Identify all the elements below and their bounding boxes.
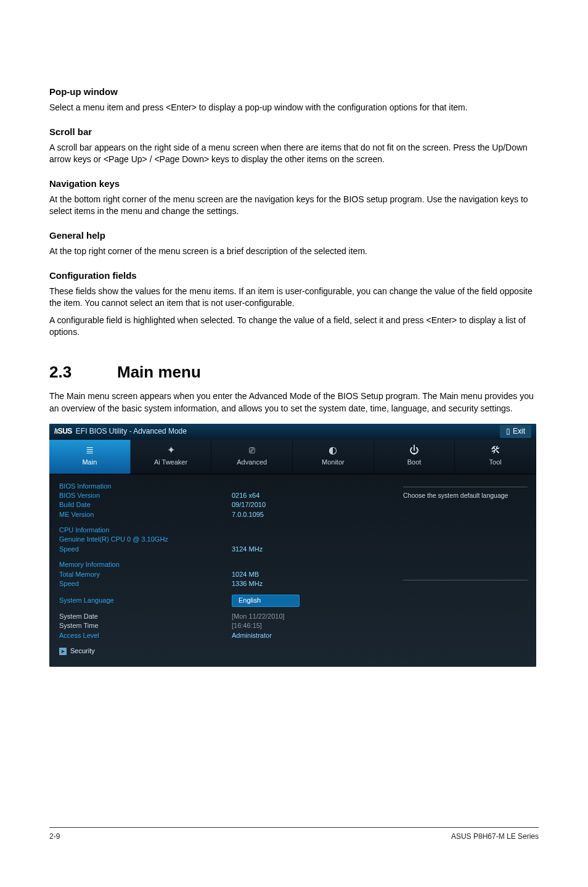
me-version-value: 7.0.0.1095 bbox=[232, 510, 385, 519]
bios-information-block: BIOS Information BIOS Version 0216 x64 B… bbox=[59, 482, 385, 520]
text-navkeys: At the bottom right corner of the menu s… bbox=[49, 194, 539, 218]
tab-monitor[interactable]: ◐ Monitor bbox=[293, 440, 374, 474]
text-scrollbar: A scroll bar appears on the right side o… bbox=[49, 142, 539, 166]
build-date-label: Build Date bbox=[59, 500, 232, 510]
monitor-icon: ◐ bbox=[329, 445, 337, 455]
divider bbox=[403, 487, 528, 487]
total-memory-label: Total Memory bbox=[59, 570, 232, 579]
bios-content: BIOS Information BIOS Version 0216 x64 B… bbox=[49, 474, 536, 667]
memory-information-block: Memory Information Total Memory 1024 MB … bbox=[59, 560, 385, 588]
tab-tool[interactable]: 🛠 Tool bbox=[455, 440, 536, 474]
heading-config: Configuration fields bbox=[49, 269, 539, 282]
access-level-label: Access Level bbox=[59, 631, 232, 640]
tweaker-icon: ✦ bbox=[167, 445, 175, 455]
tab-advanced[interactable]: ⎚ Advanced bbox=[211, 440, 293, 474]
page-number: 2-9 bbox=[49, 831, 60, 842]
exit-icon: ▯ bbox=[506, 426, 510, 437]
tab-boot[interactable]: ⏻ Boot bbox=[374, 440, 455, 474]
bios-info-heading: BIOS Information bbox=[59, 482, 232, 491]
text-popup: Select a menu item and press <Enter> to … bbox=[49, 102, 539, 114]
datetime-block: System Date [Mon 11/22/2010] System Time… bbox=[59, 612, 385, 640]
page-footer: 2-9 ASUS P8H67-M LE Series bbox=[49, 827, 539, 842]
cpu-speed-label: Speed bbox=[59, 545, 232, 554]
system-time-value[interactable]: [16:46:15] bbox=[232, 621, 262, 630]
me-version-label: ME Version bbox=[59, 510, 232, 519]
tab-main[interactable]: ≣ Main bbox=[49, 440, 131, 474]
section-number: 2.3 bbox=[49, 361, 117, 383]
tab-tweaker-label: Ai Tweaker bbox=[154, 458, 187, 467]
divider bbox=[403, 580, 528, 580]
cpu-information-block: CPU Information Genuine Intel(R) CPU 0 @… bbox=[59, 526, 385, 554]
security-row[interactable]: ➤ Security bbox=[59, 646, 385, 656]
heading-navkeys: Navigation keys bbox=[49, 177, 539, 190]
system-time-label: System Time bbox=[59, 621, 232, 630]
bios-version-label: BIOS Version bbox=[59, 491, 232, 500]
bios-window-title: EFI BIOS Utility - Advanced Mode bbox=[76, 426, 500, 437]
tab-advanced-label: Advanced bbox=[237, 458, 267, 467]
heading-popup: Pop-up window bbox=[49, 85, 539, 98]
bios-screenshot: /ıSUS EFI BIOS Utility - Advanced Mode ▯… bbox=[49, 424, 536, 667]
system-language-label: System Language bbox=[59, 596, 232, 605]
mem-speed-label: Speed bbox=[59, 579, 232, 588]
bios-version-value: 0216 x64 bbox=[232, 491, 385, 500]
system-language-value[interactable]: English bbox=[232, 595, 300, 606]
cpu-name: Genuine Intel(R) CPU 0 @ 3.10GHz bbox=[59, 535, 385, 544]
tab-monitor-label: Monitor bbox=[322, 458, 345, 467]
cpu-speed-value: 3124 MHz bbox=[232, 545, 385, 554]
product-name: ASUS P8H67-M LE Series bbox=[451, 831, 539, 842]
security-label: Security bbox=[70, 646, 95, 656]
text-config2: A configurable field is highlighted when… bbox=[49, 315, 539, 339]
total-memory-value: 1024 MB bbox=[232, 570, 385, 579]
list-icon: ≣ bbox=[86, 445, 94, 455]
system-date-label: System Date bbox=[59, 612, 232, 621]
help-text: Choose the system default language bbox=[403, 491, 528, 500]
tool-icon: 🛠 bbox=[491, 445, 500, 455]
section-name: Main menu bbox=[117, 363, 201, 381]
mem-info-heading: Memory Information bbox=[59, 560, 232, 569]
exit-label: Exit bbox=[513, 426, 525, 437]
advanced-icon: ⎚ bbox=[249, 445, 255, 455]
exit-button[interactable]: ▯ Exit bbox=[500, 425, 531, 438]
access-level-value: Administrator bbox=[232, 631, 385, 640]
heading-scrollbar: Scroll bar bbox=[49, 125, 539, 138]
text-genhelp: At the top right corner of the menu scre… bbox=[49, 245, 539, 258]
tab-tool-label: Tool bbox=[489, 458, 502, 467]
build-date-value: 09/17/2010 bbox=[232, 500, 385, 510]
text-mainmenu: The Main menu screen appears when you en… bbox=[49, 390, 539, 415]
bios-titlebar: /ıSUS EFI BIOS Utility - Advanced Mode ▯… bbox=[49, 424, 536, 440]
text-config1: These fields show the values for the men… bbox=[49, 286, 539, 310]
tab-boot-label: Boot bbox=[407, 458, 422, 467]
system-date-value[interactable]: [Mon 11/22/2010] bbox=[232, 612, 285, 621]
power-icon: ⏻ bbox=[409, 445, 419, 455]
cpu-info-heading: CPU Information bbox=[59, 526, 232, 535]
chevron-right-icon: ➤ bbox=[59, 648, 67, 655]
heading-genhelp: General help bbox=[49, 229, 539, 242]
mem-speed-value: 1336 MHz bbox=[232, 579, 385, 588]
tab-main-label: Main bbox=[82, 458, 97, 467]
bios-main-panel: BIOS Information BIOS Version 0216 x64 B… bbox=[49, 482, 394, 656]
section-title-main-menu: 2.3Main menu bbox=[49, 361, 539, 383]
bios-brand-logo: /ıSUS bbox=[54, 426, 72, 437]
system-language-row[interactable]: System Language English bbox=[59, 595, 385, 606]
tab-ai-tweaker[interactable]: ✦ Ai Tweaker bbox=[131, 440, 212, 474]
bios-tabbar: ≣ Main ✦ Ai Tweaker ⎚ Advanced ◐ Monitor… bbox=[49, 440, 536, 474]
bios-help-panel: Choose the system default language bbox=[394, 482, 536, 656]
